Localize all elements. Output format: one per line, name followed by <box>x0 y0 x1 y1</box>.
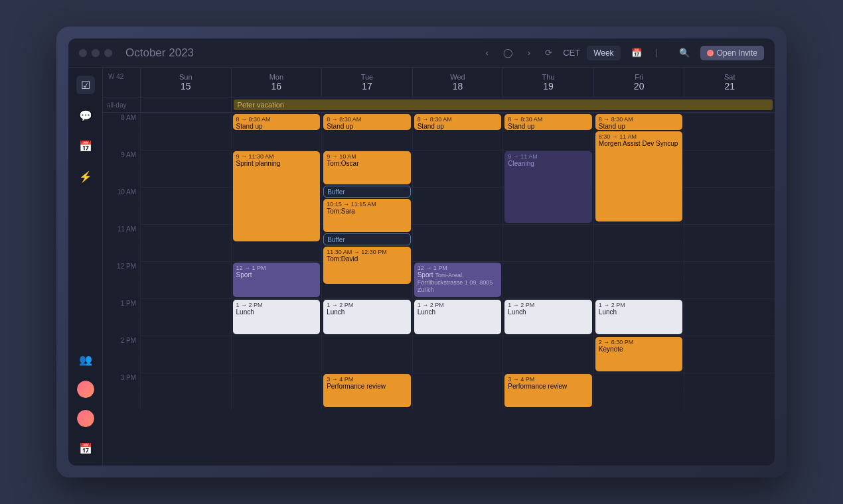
day-headers: W 42 Sun 15 Mon 16 Tue 17 Wed <box>103 68 775 97</box>
event-thu-perf[interactable]: 3 → 4 PM Performance review <box>504 374 592 407</box>
day-col-fri: 8 → 8:30 AM Stand up 8:30 → 11 AM Morgen… <box>593 113 684 410</box>
time-label-9am: 9 AM <box>103 150 140 187</box>
traffic-lights <box>79 49 112 57</box>
event-fri-standup[interactable]: 8 → 8:30 AM Stand up <box>595 114 683 130</box>
sidebar-item-events[interactable]: 📅 <box>76 137 95 155</box>
event-wed-lunch[interactable]: 1 → 2 PM Lunch <box>414 300 502 334</box>
split-icon-button[interactable]: ⎸ <box>652 45 668 61</box>
sidebar-item-chat[interactable]: 💬 <box>76 106 95 125</box>
day-col-mon: 8 → 8:30 AM Stand up 9 → 11:30 AM Sprint… <box>231 113 322 410</box>
sidebar-item-calendar[interactable]: ☑ <box>76 76 95 94</box>
event-mon-lunch[interactable]: 1 → 2 PM Lunch <box>233 300 321 334</box>
page-title: October 2023 <box>125 46 194 60</box>
toolbar-right: ‹ ◯ › ⟳ CET Week 📅 ⎸ 🔍 Open Invite <box>481 45 764 61</box>
close-button[interactable] <box>79 49 87 57</box>
title-bar: October 2023 ‹ ◯ › ⟳ CET Week 📅 ⎸ 🔍 Open… <box>68 38 775 68</box>
nav-today-button[interactable]: ◯ <box>499 45 517 60</box>
maximize-button[interactable] <box>104 49 112 57</box>
sidebar-item-activity[interactable]: ⚡ <box>76 167 95 186</box>
day-header-sun: Sun 15 <box>140 68 231 97</box>
time-label-3pm: 3 PM <box>103 373 140 410</box>
day-header-thu: Thu 19 <box>502 68 593 97</box>
day-header-fri: Fri 20 <box>593 68 684 97</box>
event-fri-lunch[interactable]: 1 → 2 PM Lunch <box>595 300 683 334</box>
allday-event-container: Peter vacation <box>231 97 775 112</box>
event-tue-lunch[interactable]: 1 → 2 PM Lunch <box>323 300 411 334</box>
open-invite-button[interactable]: Open Invite <box>700 46 764 60</box>
event-tue-standup[interactable]: 8 → 8:30 AM Stand up <box>323 114 411 130</box>
allday-row: all-day Peter vacation <box>103 97 775 113</box>
event-wed-sport[interactable]: 12 → 1 PM Sport Toni-Areal, Förrlibuckst… <box>414 263 502 297</box>
event-fri-syncup[interactable]: 8:30 → 11 AM Morgen Assist Dev Syncup <box>595 131 683 221</box>
avatar-1[interactable] <box>77 381 94 398</box>
event-tue-tomdavid[interactable]: 11:30 AM → 12:30 PM Tom:David <box>323 247 411 284</box>
calendar-area: W 42 Sun 15 Mon 16 Tue 17 Wed <box>103 68 775 466</box>
time-label-1pm: 1 PM <box>103 298 140 336</box>
time-label-10am: 10 AM <box>103 187 140 224</box>
event-wed-standup[interactable]: 8 → 8:30 AM Stand up <box>414 114 502 130</box>
view-week-button[interactable]: Week <box>587 46 620 60</box>
event-tue-tomsara[interactable]: 10:15 → 11:15 AM Tom:Sara <box>323 199 411 232</box>
app-window: October 2023 ‹ ◯ › ⟳ CET Week 📅 ⎸ 🔍 Open… <box>68 38 775 466</box>
day-header-tue: Tue 17 <box>321 68 412 97</box>
event-tue-buffer2[interactable]: Buffer <box>323 233 411 245</box>
timezone-label: CET <box>563 48 580 58</box>
sidebar-item-people[interactable]: 👥 <box>76 350 95 369</box>
event-tue-perf[interactable]: 3 → 4 PM Performance review <box>323 374 411 407</box>
event-tue-tomoscar[interactable]: 9 → 10 AM Tom:Oscar <box>323 151 411 184</box>
event-thu-cleaning[interactable]: 9 → 11 AM Cleaning <box>504 151 592 223</box>
main-content: ☑ 💬 📅 ⚡ 👥 📅 W 42 <box>68 68 775 466</box>
allday-label: all-day <box>103 97 140 112</box>
event-thu-lunch[interactable]: 1 → 2 PM Lunch <box>504 300 592 334</box>
time-label-11am: 11 AM <box>103 224 140 261</box>
day-header-mon: Mon 16 <box>231 68 322 97</box>
sidebar-item-settings[interactable]: 📅 <box>76 439 95 458</box>
day-header-sat: Sat 21 <box>684 68 775 97</box>
device-frame: October 2023 ‹ ◯ › ⟳ CET Week 📅 ⎸ 🔍 Open… <box>56 27 787 477</box>
time-labels-col: 8 AM 9 AM 10 AM 11 AM 12 PM 1 PM 2 PM 3 … <box>103 113 140 466</box>
allday-cell-sun <box>140 97 231 112</box>
time-label-12pm: 12 PM <box>103 261 140 298</box>
calendar-icon-button[interactable]: 📅 <box>627 45 646 60</box>
event-fri-keynote[interactable]: 2 → 6:30 PM Keynote <box>595 337 683 371</box>
event-mon-sprint[interactable]: 9 → 11:30 AM Sprint planning <box>233 151 321 241</box>
day-header-wed: Wed 18 <box>412 68 503 97</box>
day-col-thu: 8 → 8:30 AM Stand up 9 → 11 AM Cleaning … <box>502 113 593 410</box>
day-col-sat <box>684 113 775 410</box>
time-label-8am: 8 AM <box>103 113 140 150</box>
nav-next-button[interactable]: › <box>524 45 534 60</box>
event-mon-standup[interactable]: 8 → 8:30 AM Stand up <box>233 114 321 130</box>
day-col-wed: 8 → 8:30 AM Stand up 12 → 1 PM Sport Ton… <box>412 113 503 410</box>
sidebar: ☑ 💬 📅 ⚡ 👥 📅 <box>68 68 103 466</box>
week-number: W 42 <box>103 68 140 86</box>
open-invite-dot <box>707 50 714 56</box>
allday-event-peter-vacation[interactable]: Peter vacation <box>234 99 773 110</box>
search-button[interactable]: 🔍 <box>675 45 694 60</box>
minimize-button[interactable] <box>92 49 100 57</box>
cal-grid-container: 8 AM 9 AM 10 AM 11 AM 12 PM 1 PM 2 PM 3 … <box>103 113 775 466</box>
days-grid: 8 → 8:30 AM Stand up 9 → 11:30 AM Sprint… <box>140 113 775 410</box>
event-mon-sport[interactable]: 12 → 1 PM Sport <box>233 263 321 297</box>
time-label-2pm: 2 PM <box>103 336 140 373</box>
avatar-2[interactable] <box>77 410 94 427</box>
nav-prev-button[interactable]: ‹ <box>481 45 492 60</box>
day-col-tue: 8 → 8:30 AM Stand up 9 → 10 AM Tom:Oscar… <box>321 113 412 410</box>
refresh-button[interactable]: ⟳ <box>541 45 556 60</box>
day-col-sun <box>140 113 231 410</box>
event-tue-buffer1[interactable]: Buffer <box>323 186 411 198</box>
event-thu-standup[interactable]: 8 → 8:30 AM Stand up <box>504 114 592 130</box>
